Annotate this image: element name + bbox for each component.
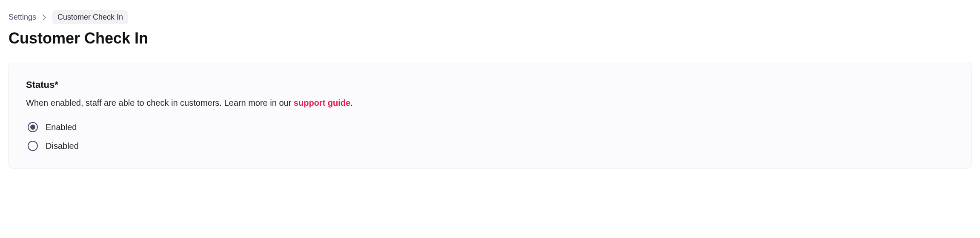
breadcrumb: Settings Customer Check In	[9, 10, 971, 24]
support-guide-link[interactable]: support guide	[294, 98, 350, 107]
status-radio-group: Enabled Disabled	[26, 122, 954, 151]
radio-icon	[28, 122, 38, 132]
radio-option-enabled[interactable]: Enabled	[28, 122, 954, 132]
status-description: When enabled, staff are able to check in…	[26, 96, 954, 109]
settings-card: Status* When enabled, staff are able to …	[9, 63, 971, 168]
radio-label-enabled: Enabled	[46, 122, 77, 132]
status-description-prefix: When enabled, staff are able to check in…	[26, 98, 294, 107]
page-title: Customer Check In	[9, 29, 971, 47]
radio-icon	[28, 141, 38, 151]
status-heading: Status*	[26, 79, 954, 90]
radio-inner-icon	[30, 125, 35, 130]
chevron-right-icon	[42, 15, 46, 20]
breadcrumb-current: Customer Check In	[52, 10, 128, 24]
breadcrumb-link-settings[interactable]: Settings	[9, 13, 36, 22]
status-description-suffix: .	[350, 98, 353, 107]
radio-label-disabled: Disabled	[46, 141, 79, 151]
radio-option-disabled[interactable]: Disabled	[28, 141, 954, 151]
